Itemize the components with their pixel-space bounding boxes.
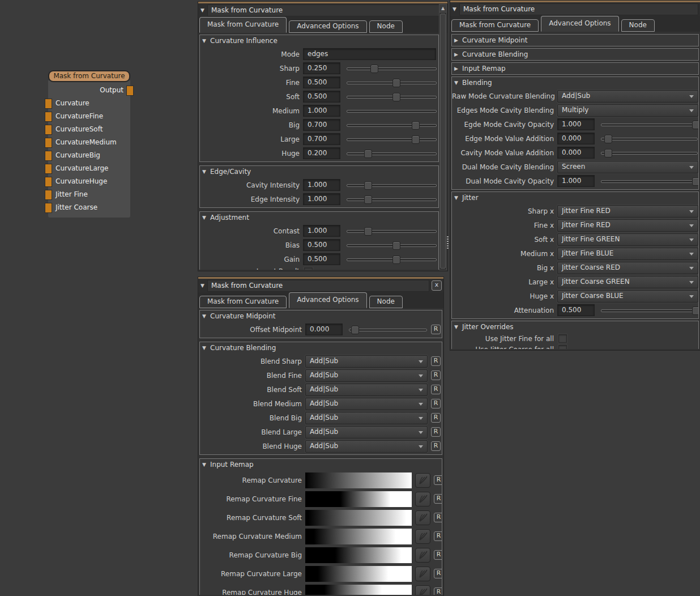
- dropdown-blend-fine[interactable]: Add|Sub: [305, 369, 428, 382]
- slider-offset-midpoint[interactable]: [348, 324, 428, 335]
- reset-button[interactable]: R: [431, 399, 441, 408]
- reset-button[interactable]: R: [434, 588, 442, 595]
- gradient-preview-remap-curvature-huge[interactable]: [305, 585, 412, 595]
- panel-titlebar[interactable]: ▼ Mask from Curvature x: [198, 279, 443, 292]
- curve-editor-button[interactable]: [415, 567, 430, 581]
- collapse-triangle-icon[interactable]: ▼: [453, 6, 459, 12]
- input-fine[interactable]: 0.500: [303, 76, 340, 88]
- collapse-triangle-icon[interactable]: ▼: [202, 345, 210, 351]
- collapse-triangle-icon[interactable]: ▼: [202, 215, 210, 220]
- splitter-grip[interactable]: [447, 236, 449, 250]
- collapse-triangle-icon[interactable]: ▼: [200, 283, 207, 288]
- collapse-triangle-icon[interactable]: ▼: [202, 313, 210, 319]
- input-sharp[interactable]: 0.250: [303, 62, 340, 74]
- gradient-preview-remap-curvature[interactable]: [305, 472, 412, 488]
- node-port-jitter-fine[interactable]: Jitter Fine: [48, 188, 130, 201]
- section-header-jitter[interactable]: ▼Jitter: [452, 192, 698, 203]
- reset-button[interactable]: R: [431, 325, 441, 334]
- slider-thumb[interactable]: [692, 306, 698, 315]
- slider-big[interactable]: [346, 120, 437, 131]
- dropdown-fine-x[interactable]: Jitter Fine RED: [557, 219, 698, 232]
- slider-thumb[interactable]: [392, 93, 400, 101]
- node-port-jitter-coarse[interactable]: Jitter Coarse: [48, 201, 130, 214]
- reset-button[interactable]: R: [434, 494, 442, 504]
- dropdown-sharp-x[interactable]: Jitter Fine RED: [557, 205, 698, 218]
- curve-editor-button[interactable]: [415, 529, 430, 544]
- node-port-curvaturelarge[interactable]: CurvatureLarge: [48, 162, 130, 175]
- slider-edge-mode-value-addition[interactable]: [600, 133, 698, 144]
- collapse-triangle-icon[interactable]: ▼: [454, 324, 462, 330]
- curve-editor-button[interactable]: [415, 585, 430, 595]
- node-port-curvaturefine[interactable]: CurvatureFine: [48, 110, 130, 123]
- slider-thumb[interactable]: [604, 135, 612, 143]
- reset-button[interactable]: R: [431, 427, 441, 437]
- collapse-triangle-icon[interactable]: ▼: [454, 195, 462, 201]
- expand-triangle-icon[interactable]: ▶: [454, 37, 462, 43]
- reset-button[interactable]: R: [431, 413, 441, 423]
- node-port-curvature[interactable]: Curvature: [48, 97, 130, 110]
- slider-bias[interactable]: [346, 240, 437, 251]
- input-huge[interactable]: 0.200: [303, 147, 340, 159]
- collapse-triangle-icon[interactable]: ▼: [202, 38, 210, 44]
- scrollbar[interactable]: ▲: [439, 4, 447, 270]
- slider-thumb[interactable]: [351, 326, 359, 334]
- reset-button[interactable]: R: [431, 356, 441, 366]
- input-port-icon[interactable]: [45, 203, 52, 213]
- input-medium[interactable]: 1.000: [303, 105, 340, 117]
- input-contast[interactable]: 1.000: [303, 225, 340, 237]
- input-port-icon[interactable]: [45, 151, 52, 161]
- node-mask-from-curvature[interactable]: Mask from Curvature Output CurvatureCurv…: [48, 70, 130, 218]
- collapse-triangle-icon[interactable]: ▼: [202, 169, 210, 174]
- reset-button[interactable]: R: [431, 371, 441, 380]
- input-port-icon[interactable]: [45, 125, 52, 135]
- gradient-preview-remap-curvature-big[interactable]: [305, 547, 412, 563]
- reset-button[interactable]: R: [434, 569, 442, 578]
- dropdown-huge-x[interactable]: Jitter Coarse BLUE: [557, 290, 698, 303]
- gradient-preview-remap-curvature-fine[interactable]: [305, 491, 412, 507]
- input-edge-mode-value-addition[interactable]: 0.000: [557, 133, 595, 144]
- slider-large[interactable]: [346, 134, 437, 145]
- section-header-edge-cavity[interactable]: ▼Edge/Cavity: [200, 166, 438, 177]
- section-header-input-remap[interactable]: ▼Input Remap: [200, 459, 442, 470]
- input-cavity-mode-value-addition[interactable]: 0.000: [557, 147, 595, 159]
- node-port-curvaturehuge[interactable]: CurvatureHuge: [48, 175, 130, 188]
- checkbox-invert-result[interactable]: [304, 267, 313, 270]
- node-title[interactable]: Mask from Curvature: [48, 70, 130, 82]
- dropdown-raw-mode-curvature-blending[interactable]: Add|Sub: [557, 90, 698, 103]
- slider-cavity-intensity[interactable]: [346, 180, 437, 191]
- input-mode[interactable]: edges: [303, 48, 436, 60]
- dropdown-blend-large[interactable]: Add|Sub: [305, 426, 428, 439]
- slider-thumb[interactable]: [364, 227, 372, 236]
- input-gain[interactable]: 0.500: [303, 253, 340, 265]
- checkbox-use-jitter-fine-for-all[interactable]: [558, 334, 567, 343]
- slider-thumb[interactable]: [392, 79, 400, 87]
- output-port-icon[interactable]: [126, 86, 134, 96]
- input-port-icon[interactable]: [45, 190, 52, 200]
- dropdown-medium-x[interactable]: Jitter Fine BLUE: [557, 248, 698, 260]
- slider-thumb[interactable]: [370, 65, 378, 73]
- slider-sharp[interactable]: [346, 63, 437, 74]
- slider-thumb[interactable]: [604, 149, 612, 157]
- input-port-icon[interactable]: [45, 138, 52, 148]
- input-port-icon[interactable]: [45, 164, 52, 174]
- tab-mask-from-curvature[interactable]: Mask from Curvature: [451, 19, 539, 32]
- slider-thumb[interactable]: [692, 177, 698, 186]
- section-header-jitter-overrides[interactable]: ▼Jitter Overrides: [452, 321, 698, 333]
- collapse-triangle-icon[interactable]: ▼: [202, 462, 210, 467]
- slider-thumb[interactable]: [364, 195, 372, 204]
- input-large[interactable]: 0.700: [303, 133, 340, 145]
- dropdown-blend-medium[interactable]: Add|Sub: [305, 398, 428, 410]
- section-header-blending[interactable]: ▼Blending: [452, 77, 698, 88]
- tab-node[interactable]: Node: [369, 296, 403, 308]
- tab-advanced-options[interactable]: Advanced Options: [289, 292, 366, 308]
- input-bias[interactable]: 0.500: [303, 239, 340, 251]
- curve-editor-button[interactable]: [415, 473, 430, 488]
- slider-fine[interactable]: [346, 77, 437, 88]
- section-header-curvature-influence[interactable]: ▼Curvature Influence: [200, 35, 438, 46]
- slider-huge[interactable]: [346, 148, 437, 159]
- section-header-input-remap[interactable]: ▶Input Remap: [452, 63, 698, 74]
- dropdown-soft-x[interactable]: Jitter Fine GREEN: [557, 233, 698, 246]
- section-header-adjustment[interactable]: ▼Adjustment: [200, 212, 438, 223]
- panel-titlebar[interactable]: ▼ Mask from Curvature: [198, 3, 447, 17]
- slider-cavity-mode-value-addition[interactable]: [600, 147, 698, 159]
